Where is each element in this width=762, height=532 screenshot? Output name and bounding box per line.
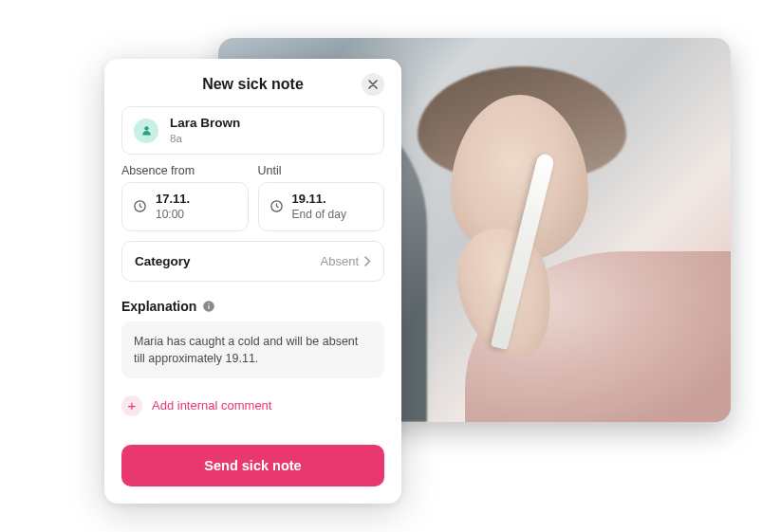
absence-until-date: 19.11. [292,192,346,207]
category-label: Category [135,254,191,268]
plus-icon: + [121,395,142,416]
absence-from-col: Absence from 17.11. 10:00 [121,164,249,230]
sick-note-dialog: New sick note Lara Brown 8a Absence from… [104,59,401,504]
person-icon [140,124,153,137]
absence-from-picker[interactable]: 17.11. 10:00 [121,182,249,230]
date-range-row: Absence from 17.11. 10:00 Until 19.11. E… [121,164,384,230]
category-right: Absent [321,254,371,268]
clock-icon [269,199,284,213]
add-internal-comment-button[interactable]: + Add internal comment [121,394,384,418]
send-sick-note-button[interactable]: Send sick note [121,445,384,486]
category-value: Absent [321,254,359,268]
person-info: Lara Brown 8a [170,116,240,145]
absence-until-time: End of day [292,208,346,222]
absence-from-date: 17.11. [156,192,190,207]
person-name: Lara Brown [170,116,240,132]
svg-rect-5 [209,303,210,303]
svg-point-0 [144,126,148,130]
svg-rect-4 [209,304,210,308]
add-comment-label: Add internal comment [152,398,271,413]
dialog-title: New sick note [202,76,304,93]
absence-from-time: 10:00 [156,208,190,222]
chevron-right-icon [364,256,371,266]
info-icon [202,300,215,313]
absence-until-picker[interactable]: 19.11. End of day [258,182,385,230]
clock-icon [133,199,147,213]
close-icon [368,80,378,89]
avatar [134,119,158,143]
absence-from-label: Absence from [121,164,249,177]
dialog-header: New sick note [121,76,384,93]
close-button[interactable] [362,73,384,96]
absence-until-values: 19.11. End of day [292,192,346,221]
explanation-input[interactable]: Maria has caught a cold and will be abse… [121,321,384,378]
person-selector[interactable]: Lara Brown 8a [121,106,384,155]
absence-until-col: Until 19.11. End of day [258,164,385,230]
category-selector[interactable]: Category Absent [121,241,384,282]
absence-from-values: 17.11. 10:00 [156,192,190,221]
explanation-header: Explanation [121,299,384,314]
explanation-label: Explanation [121,299,196,314]
absence-until-label: Until [258,164,385,177]
person-class: 8a [170,132,240,145]
